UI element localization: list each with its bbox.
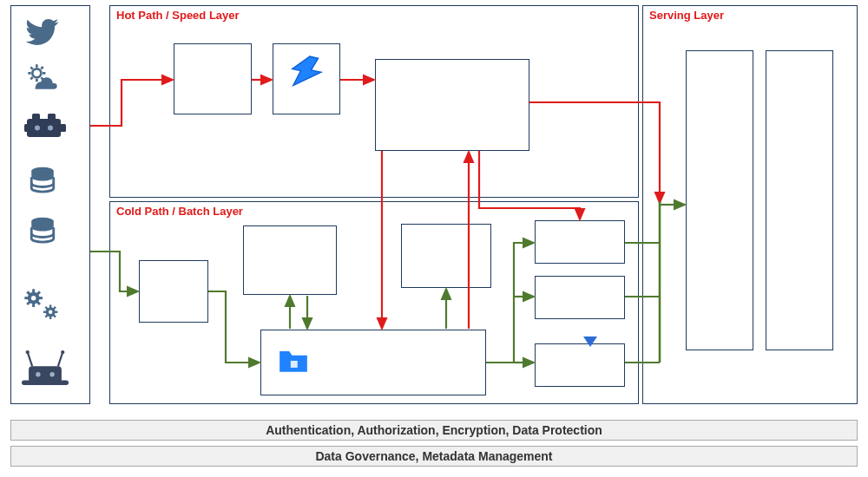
svg-point-36	[26, 350, 30, 354]
serving-box-b	[766, 50, 833, 350]
svg-rect-38	[291, 361, 298, 368]
hot-path-title: Hot Path / Speed Layer	[116, 9, 240, 22]
cold-store-c-box	[535, 343, 625, 387]
twitter-icon	[24, 14, 61, 50]
cold-store-a-box	[535, 220, 625, 264]
gears-icon	[22, 286, 63, 328]
svg-point-32	[36, 372, 40, 376]
database-icon	[24, 212, 61, 248]
svg-rect-30	[29, 366, 62, 382]
folder-icon	[276, 345, 311, 376]
svg-rect-22	[49, 304, 51, 308]
svg-rect-5	[58, 124, 66, 132]
cold-ingest-box	[139, 260, 208, 323]
security-footer: Authentication, Authorization, Encryptio…	[10, 420, 858, 441]
weather-icon	[24, 61, 61, 97]
azure-function-icon	[288, 54, 325, 90]
cold-path-title: Cold Path / Batch Layer	[116, 205, 243, 218]
iot-device-icon	[21, 347, 69, 390]
hot-ingest-box	[174, 43, 252, 114]
cold-process-box	[243, 225, 337, 295]
svg-rect-1	[27, 119, 61, 137]
svg-line-35	[58, 352, 62, 366]
svg-point-7	[48, 126, 53, 131]
svg-rect-3	[48, 114, 56, 121]
serving-title: Serving Layer	[649, 9, 724, 22]
svg-rect-13	[32, 303, 35, 307]
svg-rect-15	[38, 297, 43, 299]
cold-store-b-box	[535, 276, 625, 319]
svg-point-11	[31, 296, 36, 301]
svg-rect-24	[43, 311, 47, 313]
hot-analytics-box	[375, 59, 529, 151]
svg-rect-25	[55, 311, 58, 313]
governance-footer: Data Governance, Metadata Management	[10, 446, 858, 467]
svg-point-37	[61, 350, 64, 354]
svg-rect-23	[49, 316, 51, 319]
triangle-icon	[583, 337, 597, 347]
engine-icon	[23, 108, 68, 146]
serving-box-a	[686, 50, 753, 350]
svg-rect-4	[24, 124, 30, 132]
database-icon	[24, 161, 61, 198]
svg-line-34	[28, 352, 32, 366]
svg-point-33	[49, 372, 54, 376]
svg-rect-31	[22, 381, 69, 385]
svg-point-21	[49, 310, 52, 314]
svg-rect-2	[32, 114, 40, 121]
svg-rect-12	[32, 289, 35, 293]
architecture-diagram: Hot Path / Speed Layer Cold Path / Batch…	[0, 0, 868, 477]
svg-rect-14	[24, 297, 29, 299]
svg-point-0	[32, 69, 41, 77]
cold-synapse-box	[401, 224, 491, 288]
svg-point-6	[35, 126, 40, 131]
